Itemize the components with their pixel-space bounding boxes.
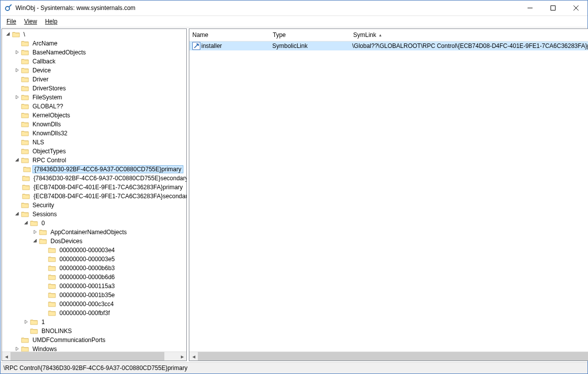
tree-item-label: UMDFCommunicationPorts: [30, 336, 107, 344]
collapse-icon[interactable]: [31, 238, 39, 244]
minimize-button[interactable]: [519, 0, 542, 15]
tree-item-label: {78436D30-92BF-4CC6-9A37-0C0880CD755E}se…: [31, 174, 186, 182]
tree-item[interactable]: 00000000-000003e4: [2, 246, 186, 255]
expand-icon[interactable]: [31, 229, 39, 235]
tree-item[interactable]: Security: [2, 201, 186, 210]
collapse-icon[interactable]: [4, 31, 12, 37]
tree-item[interactable]: Windows: [2, 345, 186, 352]
collapse-icon[interactable]: [13, 157, 21, 163]
expand-icon[interactable]: [13, 94, 21, 100]
tree-item[interactable]: ObjectTypes: [2, 147, 186, 156]
column-type[interactable]: Type: [270, 29, 350, 41]
collapse-icon[interactable]: [22, 220, 30, 226]
tree-item-label: 00000000-000fbf3f: [57, 309, 112, 317]
column-symlink[interactable]: SymLink▴: [350, 29, 588, 41]
folder-icon: [48, 310, 56, 317]
folder-icon: [21, 346, 29, 352]
tree-item[interactable]: KnownDlls: [2, 120, 186, 129]
scroll-track[interactable]: [10, 352, 178, 361]
tree-item[interactable]: UMDFCommunicationPorts: [2, 336, 186, 345]
tree-item[interactable]: BNOLINKS: [2, 327, 186, 336]
tree-item[interactable]: \: [2, 30, 186, 39]
tree-item[interactable]: 00000000-0000b6b3: [2, 264, 186, 273]
list-hscrollbar[interactable]: ◂ ▸: [189, 352, 588, 361]
tree-item[interactable]: {ECB74D08-D4FC-401E-9FE1-7CA6C36283FA}pr…: [2, 183, 186, 192]
tree-item[interactable]: Driver: [2, 75, 186, 84]
tree-item[interactable]: 0: [2, 219, 186, 228]
tree-item[interactable]: 1: [2, 318, 186, 327]
tree-item[interactable]: 00000000-0001b35e: [2, 291, 186, 300]
tree-hscrollbar[interactable]: ◂ ▸: [2, 352, 186, 361]
tree-item[interactable]: FileSystem: [2, 93, 186, 102]
tree-item[interactable]: GLOBAL??: [2, 102, 186, 111]
list-body[interactable]: installerSymbolicLink\Global??\GLOBALROO…: [189, 41, 588, 352]
tree-body[interactable]: \ArcNameBaseNamedObjectsCallbackDeviceDr…: [2, 29, 186, 352]
menu-help[interactable]: Help: [41, 17, 61, 26]
collapse-icon[interactable]: [13, 211, 21, 217]
tree-item-label: AppContainerNamedObjects: [48, 228, 129, 236]
tree-item-label: ArcName: [30, 39, 59, 47]
scroll-track[interactable]: [198, 352, 588, 361]
tree-item-label: 00000000-000115a3: [57, 282, 117, 290]
tree-item-label: KnownDlls32: [30, 129, 69, 137]
tree-item-label: Device: [30, 66, 53, 74]
tree-item[interactable]: {ECB74D08-D4FC-401E-9FE1-7CA6C36283FA}se…: [2, 192, 186, 201]
tree-item-label: Callback: [30, 57, 57, 65]
maximize-button[interactable]: [542, 0, 565, 15]
scroll-left-icon[interactable]: ◂: [2, 352, 10, 361]
tree-item[interactable]: AppContainerNamedObjects: [2, 228, 186, 237]
tree-item[interactable]: Device: [2, 66, 186, 75]
tree-item-label: 0: [39, 219, 47, 227]
menu-view[interactable]: View: [20, 17, 41, 26]
expand-icon[interactable]: [13, 346, 21, 352]
tree-item-label: {78436D30-92BF-4CC6-9A37-0C0880CD755E}pr…: [32, 165, 183, 173]
cell-name-text: installer: [201, 42, 222, 49]
column-name[interactable]: Name: [189, 29, 270, 41]
expand-icon[interactable]: [13, 49, 21, 55]
tree-item[interactable]: {78436D30-92BF-4CC6-9A37-0C0880CD755E}pr…: [2, 165, 186, 174]
menu-file[interactable]: File: [2, 17, 20, 26]
svg-rect-3: [551, 6, 556, 10]
tree-item[interactable]: KnownDlls32: [2, 129, 186, 138]
folder-icon: [48, 292, 56, 299]
tree-item-label: ObjectTypes: [30, 147, 68, 155]
tree-item[interactable]: 00000000-000003e5: [2, 255, 186, 264]
tree-item-label: 00000000-000003e5: [57, 255, 117, 263]
list-pane: Name Type SymLink▴ installerSymbolicLink…: [189, 28, 588, 361]
tree-item-label: FileSystem: [30, 93, 64, 101]
tree-item[interactable]: RPC Control: [2, 156, 186, 165]
tree-item[interactable]: KernelObjects: [2, 111, 186, 120]
close-button[interactable]: [565, 0, 588, 15]
tree-item-label: {ECB74D08-D4FC-401E-9FE1-7CA6C36283FA}pr…: [31, 183, 185, 191]
tree-item[interactable]: ArcName: [2, 39, 186, 48]
tree-item-label: 00000000-0000b6d6: [57, 273, 117, 281]
tree-item[interactable]: DosDevices: [2, 237, 186, 246]
folder-icon: [21, 58, 29, 65]
tree-item[interactable]: Sessions: [2, 210, 186, 219]
scroll-thumb[interactable]: [198, 352, 588, 361]
expand-icon[interactable]: [22, 319, 30, 325]
list-row[interactable]: installerSymbolicLink\Global??\GLOBALROO…: [189, 41, 588, 50]
scroll-left-icon[interactable]: ◂: [189, 352, 198, 361]
tree-item-label: Sessions: [30, 210, 59, 218]
scroll-right-icon[interactable]: ▸: [178, 352, 186, 361]
tree-item[interactable]: Callback: [2, 57, 186, 66]
tree-item[interactable]: DriverStores: [2, 84, 186, 93]
tree-item[interactable]: 00000000-000115a3: [2, 282, 186, 291]
tree-item[interactable]: 00000000-0000b6d6: [2, 273, 186, 282]
tree-item[interactable]: NLS: [2, 138, 186, 147]
tree-item[interactable]: BaseNamedObjects: [2, 48, 186, 57]
tree-item[interactable]: {78436D30-92BF-4CC6-9A37-0C0880CD755E}se…: [2, 174, 186, 183]
tree-item-label: 1: [39, 318, 47, 326]
folder-icon: [39, 238, 47, 245]
tree-item-label: KernelObjects: [30, 111, 72, 119]
tree-item[interactable]: 00000000-000c3cc4: [2, 300, 186, 309]
folder-icon: [21, 85, 29, 92]
tree-item[interactable]: 00000000-000fbf3f: [2, 309, 186, 318]
tree-item-label: 00000000-000c3cc4: [57, 300, 116, 308]
menu-view-label: View: [24, 18, 37, 25]
folder-icon: [48, 256, 56, 263]
tree-item-label: Windows: [30, 345, 59, 352]
scroll-thumb[interactable]: [10, 352, 164, 361]
expand-icon[interactable]: [13, 67, 21, 73]
